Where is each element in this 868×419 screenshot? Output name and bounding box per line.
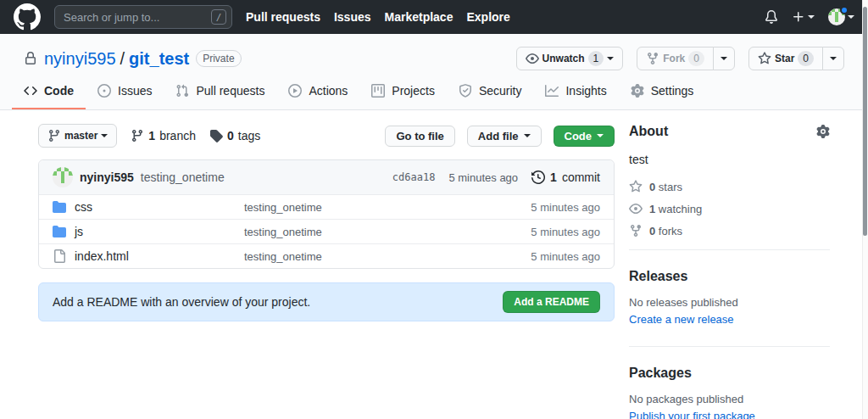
forks-stat: 0 forks [629, 224, 830, 237]
repo-name-link[interactable]: git_test [129, 49, 189, 69]
tag-count-link[interactable]: 0 tags [209, 129, 260, 142]
lock-icon [24, 52, 37, 65]
commit-count: 1 [550, 170, 557, 184]
issue-opened-icon [97, 84, 111, 98]
star-icon [758, 52, 771, 65]
file-commit-message-link[interactable]: testing_onetime [244, 250, 498, 263]
repo-fork-icon [629, 224, 643, 237]
add-readme-button[interactable]: Add a README [503, 291, 600, 313]
add-readme-banner: Add a README with an overview of your pr… [38, 282, 615, 321]
chevron-down-icon [524, 134, 531, 141]
create-release-link[interactable]: Create a new release [629, 313, 734, 326]
commit-author-link[interactable]: nyinyi595 [80, 170, 134, 184]
repo-fork-icon [646, 52, 659, 65]
branch-selector-button[interactable]: master [38, 124, 117, 148]
folder-icon [53, 225, 66, 238]
tab-projects[interactable]: Projects [359, 74, 447, 109]
file-name-link[interactable]: css [75, 200, 244, 214]
nav-explore[interactable]: Explore [466, 10, 509, 24]
gear-icon [631, 84, 644, 98]
tab-actions-label: Actions [309, 84, 348, 98]
commit-meta: cd6aa18 5 minutes ago 1 commit [392, 170, 600, 184]
star-button[interactable]: Star 0 [748, 47, 823, 70]
file-name-link[interactable]: index.html [75, 249, 244, 263]
create-new-plus-menu[interactable] [792, 10, 815, 24]
commit-sha-link[interactable]: cd6aa18 [392, 171, 436, 183]
tab-actions[interactable]: Actions [276, 74, 359, 109]
graph-icon [545, 84, 559, 98]
releases-title: Releases [629, 269, 830, 284]
publish-package-link[interactable]: Publish your first package [629, 410, 755, 419]
tab-issues-label: Issues [118, 84, 152, 98]
repo-owner-link[interactable]: nyinyi595 [44, 49, 116, 69]
star-icon [629, 180, 643, 193]
history-icon [531, 170, 545, 184]
gear-icon[interactable] [816, 125, 830, 138]
code-download-button[interactable]: Code [554, 126, 615, 147]
star-dropdown-button[interactable] [822, 47, 844, 70]
packages-empty-text: No packages published [629, 393, 830, 405]
nav-issues[interactable]: Issues [334, 10, 371, 24]
topbar-right-cluster [765, 8, 854, 25]
repo-separator: / [120, 49, 125, 69]
branch-count-link[interactable]: 1 branch [131, 129, 196, 142]
tab-settings[interactable]: Settings [619, 74, 706, 109]
chevron-down-icon [597, 134, 604, 141]
table-row: css testing_onetime 5 minutes ago [39, 194, 614, 219]
fork-button[interactable]: Fork 0 [637, 47, 714, 70]
file-commit-message-link[interactable]: testing_onetime [244, 201, 498, 214]
user-menu[interactable] [828, 8, 854, 25]
nav-marketplace[interactable]: Marketplace [385, 10, 453, 24]
notifications-bell-icon[interactable] [765, 10, 778, 24]
chevron-down-icon [721, 57, 727, 64]
commit-message-link[interactable]: testing_onetime [141, 170, 225, 184]
file-commit-message-link[interactable]: testing_onetime [244, 226, 498, 238]
releases-section: Releases No releases published Create a … [629, 249, 830, 334]
tab-code[interactable]: Code [12, 74, 86, 109]
go-to-file-button[interactable]: Go to file [385, 126, 454, 147]
github-repo-page: / Pull requests Issues Marketplace Explo… [0, 0, 868, 419]
latest-commit-bar: nyinyi595 testing_onetime cd6aa18 5 minu… [39, 160, 614, 194]
unwatch-button[interactable]: Unwatch 1 [516, 47, 624, 70]
watch-count: 1 [588, 51, 604, 66]
search-box: / [54, 5, 232, 29]
repo-header: nyinyi595 / git_test Private Unwatch 1 [0, 34, 868, 110]
packages-section: Packages No packages published Publish y… [629, 346, 830, 419]
file-name-link[interactable]: js [75, 225, 244, 238]
repo-title-row: nyinyi595 / git_test Private Unwatch 1 [24, 47, 844, 70]
releases-empty-text: No releases published [629, 296, 830, 309]
code-icon [24, 84, 37, 98]
scrollbar-track[interactable] [862, 0, 868, 419]
tab-pull-requests[interactable]: Pull requests [164, 74, 276, 109]
plus-icon [792, 10, 805, 24]
branch-toolbar: master 1 branch 0 tags Go to f [38, 124, 615, 148]
tab-settings-label: Settings [651, 84, 694, 98]
chevron-down-icon [101, 134, 108, 141]
repo-description: test [629, 153, 830, 166]
github-logo-icon[interactable] [14, 3, 41, 31]
commit-history-link[interactable]: 1 commit [531, 170, 600, 184]
notification-dot [840, 6, 849, 14]
search-input[interactable] [64, 11, 211, 24]
code-button-label: Code [565, 130, 593, 142]
file-age: 5 minutes ago [498, 250, 600, 263]
add-file-button[interactable]: Add file [467, 126, 542, 147]
tab-issues[interactable]: Issues [86, 74, 164, 109]
tab-insights[interactable]: Insights [533, 74, 618, 109]
tag-icon [209, 129, 223, 142]
chevron-down-icon [808, 15, 815, 22]
nav-pull-requests[interactable]: Pull requests [246, 10, 320, 24]
tab-security[interactable]: Security [447, 74, 534, 109]
shield-icon [459, 84, 472, 98]
branch-word: branch [159, 129, 196, 142]
chevron-down-icon [607, 57, 614, 64]
top-nav-links: Pull requests Issues Marketplace Explore [246, 10, 510, 24]
slash-key-hint: / [211, 9, 226, 25]
scrollbar-thumb[interactable] [863, 7, 867, 236]
star-label: Star [775, 50, 794, 67]
commit-author-avatar[interactable] [53, 167, 73, 187]
fork-dropdown-button[interactable] [713, 47, 735, 70]
main-container: master 1 branch 0 tags Go to f [38, 110, 830, 419]
unwatch-label: Unwatch [542, 50, 585, 67]
code-column: master 1 branch 0 tags Go to f [38, 124, 615, 419]
